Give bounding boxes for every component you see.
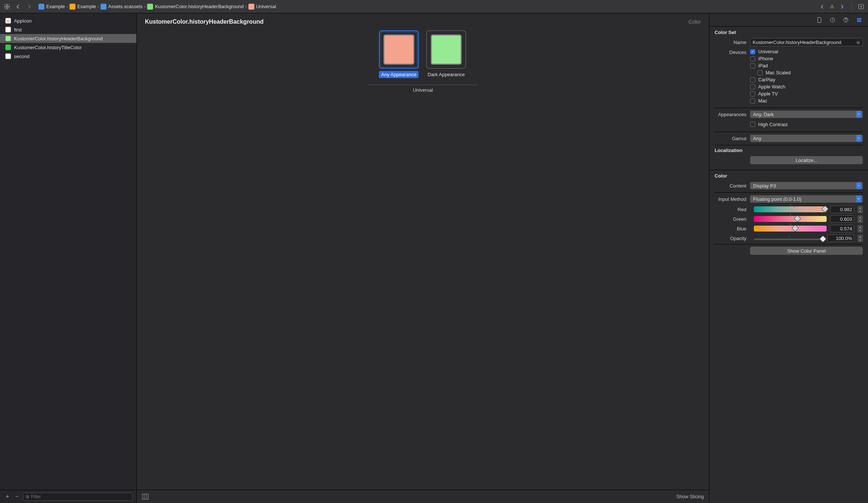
- chk-label: Mac Scaled: [766, 70, 791, 75]
- crumb-folder[interactable]: Example: [69, 4, 97, 10]
- appearances-select[interactable]: Any, Dark: [750, 111, 863, 118]
- chk-label: Mac: [758, 98, 767, 104]
- show-slicing-button[interactable]: Show Slicing: [677, 494, 704, 499]
- well-label-any: Any Appearance: [379, 71, 418, 78]
- nav-forward-icon[interactable]: [24, 3, 34, 11]
- blue-label: Blue: [715, 226, 750, 232]
- green-stepper[interactable]: ▴▾: [858, 216, 863, 223]
- chk-label: iPhone: [758, 56, 773, 61]
- outline-footer: ＋ － ⊜: [0, 490, 136, 503]
- asset-item-second[interactable]: second: [0, 52, 136, 61]
- crumb-label: KustomerColor.historyHeaderBackground: [155, 4, 244, 9]
- device-mac-scaled[interactable]: Mac Scaled: [750, 70, 863, 75]
- device-universal[interactable]: ✓Universal: [750, 49, 863, 54]
- asset-label: KustomerColor.historyHeaderBackground: [14, 36, 103, 41]
- section-colorset: Color Set: [715, 30, 863, 35]
- warning-icon[interactable]: ⚠︎: [830, 4, 834, 9]
- group-label: Universal: [137, 87, 709, 93]
- green-slider[interactable]: [754, 216, 827, 222]
- attributes-inspector-icon[interactable]: [855, 16, 864, 24]
- svg-point-18: [859, 21, 860, 22]
- issue-prev-icon[interactable]: [817, 3, 827, 11]
- blue-slider[interactable]: [754, 226, 827, 232]
- asset-item-history-header[interactable]: KustomerColor.historyHeaderBackground: [0, 34, 136, 43]
- chk-label: Universal: [758, 49, 778, 54]
- crumb-label: Example: [77, 4, 96, 9]
- asset-label: AppIcon: [14, 18, 32, 24]
- svg-rect-3: [7, 7, 10, 9]
- high-contrast-check[interactable]: High Contrast: [750, 122, 863, 127]
- opacity-slider[interactable]: [754, 239, 824, 240]
- input-method-select[interactable]: Floating point (0.0-1.0): [750, 195, 863, 203]
- add-editor-icon[interactable]: [856, 3, 866, 11]
- inspector: ? Color Set Name ⊕ Devices ✓Universal iP…: [709, 13, 868, 503]
- svg-rect-7: [142, 494, 148, 499]
- asset-item-history-title[interactable]: KustomerColor.historyTitleColor: [0, 43, 136, 52]
- filter-input[interactable]: [31, 494, 130, 499]
- file-inspector-icon[interactable]: [815, 16, 824, 24]
- crumb-label: Assets.xcassets: [108, 4, 143, 9]
- issue-next-icon[interactable]: [837, 3, 847, 11]
- remove-icon[interactable]: －: [13, 493, 21, 500]
- red-label: Red: [715, 207, 750, 212]
- device-carplay[interactable]: CarPlay: [750, 77, 863, 82]
- group-divider: [367, 85, 478, 85]
- asset-item-first[interactable]: first: [0, 25, 136, 34]
- filter-field[interactable]: ⊜: [23, 493, 133, 501]
- asset-outline: ◎AppIcon first KustomerColor.historyHead…: [0, 13, 137, 503]
- crumb-catalog[interactable]: Assets.xcassets: [100, 4, 143, 10]
- gamut-select[interactable]: Any: [750, 135, 863, 142]
- svg-text:?: ?: [844, 17, 847, 23]
- asset-label: KustomerColor.historyTitleColor: [14, 45, 82, 50]
- device-iphone[interactable]: iPhone: [750, 56, 863, 61]
- asset-label: second: [14, 54, 30, 59]
- crumb-variant[interactable]: Universal: [248, 4, 277, 10]
- localize-button[interactable]: Localize...: [750, 156, 863, 164]
- editor-title: KustomerColor.historyHeaderBackground: [145, 18, 264, 25]
- blue-value[interactable]: 0.574: [830, 225, 854, 232]
- toolbar-divider: [851, 3, 852, 11]
- chk-label: Apple TV: [758, 91, 778, 97]
- editor-type: Color: [689, 19, 701, 25]
- svg-point-16: [859, 18, 861, 19]
- section-color: Color: [715, 173, 863, 179]
- chevron-right-icon: ›: [144, 4, 146, 9]
- add-icon[interactable]: ＋: [4, 493, 11, 500]
- chk-label: CarPlay: [758, 77, 775, 82]
- help-inspector-icon[interactable]: ?: [841, 16, 850, 24]
- name-field[interactable]: ⊕: [750, 38, 863, 46]
- chk-label: Apple Watch: [758, 84, 785, 90]
- svg-rect-1: [7, 4, 10, 6]
- red-value[interactable]: 0.982: [830, 206, 854, 213]
- localization-label: Localization: [715, 148, 863, 153]
- opacity-stepper[interactable]: ▴▾: [858, 235, 863, 242]
- show-color-panel-button[interactable]: Show Color Panel: [750, 247, 863, 255]
- asset-editor: KustomerColor.historyHeaderBackground Co…: [137, 13, 709, 503]
- content-select[interactable]: Display P3: [750, 182, 863, 189]
- opacity-value[interactable]: 100.0%: [827, 234, 854, 242]
- appearances-label: Appearances: [715, 112, 750, 117]
- device-mac[interactable]: Mac: [750, 98, 863, 104]
- clear-icon[interactable]: ⊕: [856, 40, 860, 45]
- gamut-label: Gamut: [715, 136, 750, 141]
- red-stepper[interactable]: ▴▾: [858, 206, 863, 213]
- color-well-any[interactable]: [379, 30, 419, 69]
- green-value[interactable]: 0.603: [830, 215, 854, 223]
- chk-label: High Contrast: [758, 122, 787, 127]
- red-slider[interactable]: [754, 206, 827, 212]
- blue-stepper[interactable]: ▴▾: [858, 225, 863, 232]
- device-tv[interactable]: Apple TV: [750, 91, 863, 97]
- filter-icon: ⊜: [26, 494, 30, 499]
- device-ipad[interactable]: iPad: [750, 63, 863, 68]
- name-label: Name: [715, 40, 750, 45]
- asset-item-appicon[interactable]: ◎AppIcon: [0, 16, 136, 25]
- nav-back-icon[interactable]: [13, 3, 23, 11]
- history-inspector-icon[interactable]: [828, 16, 837, 24]
- slicing-icon[interactable]: [142, 494, 149, 500]
- device-watch[interactable]: Apple Watch: [750, 84, 863, 90]
- crumb-colorset[interactable]: KustomerColor.historyHeaderBackground: [146, 4, 244, 10]
- color-well-dark[interactable]: [426, 30, 466, 69]
- svg-rect-2: [4, 7, 7, 9]
- related-items-icon[interactable]: [2, 3, 12, 11]
- crumb-project[interactable]: Example: [38, 4, 66, 10]
